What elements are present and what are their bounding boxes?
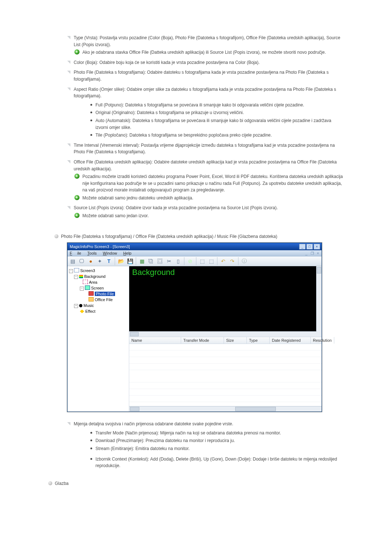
- background-icon: [79, 275, 83, 278]
- separator-icon: [115, 257, 115, 265]
- tree-screen3[interactable]: Screen3: [80, 268, 95, 273]
- download: Download (Preuzimanje): Preuzima datotek…: [90, 437, 345, 444]
- item-time: Time Interval (Vremenski interval): Post…: [67, 142, 345, 155]
- tree-office-file[interactable]: Office File: [95, 297, 113, 302]
- separator-icon: [196, 257, 196, 265]
- item-color: Color (Boja): Odabire boju koja će se ko…: [67, 59, 345, 66]
- preview-label: Background: [132, 268, 175, 277]
- music-icon: [79, 304, 82, 307]
- titlebar: MagicInfoPro Screen3 - [Screen3] _ □ ×: [68, 243, 322, 250]
- separator-icon: [238, 257, 238, 265]
- note-type: Ako je odabrana stavka Office File (Datt…: [74, 49, 345, 56]
- table-row[interactable]: [129, 364, 322, 370]
- screen-icon[interactable]: 🖵: [78, 257, 86, 265]
- col-date[interactable]: Date Registered: [270, 337, 311, 344]
- cut-icon[interactable]: ✂: [165, 257, 173, 265]
- aspect-auto: Auto (Automatski): Datoteka s fotografij…: [90, 117, 345, 131]
- aspect-tile: Tile (Popločano): Datoteka s fotografija…: [90, 132, 345, 139]
- tree-photo-file[interactable]: Photo File: [95, 292, 115, 296]
- toolbar: ▤ 🖵 ● ✦ T 📂 💾 ▦ ⿻ ⿴ ✂ ▯ ⊘ ⬚ ⬚ ↶ ↷ ⓘ: [68, 256, 322, 266]
- globe-icon[interactable]: ●: [87, 257, 95, 265]
- tree-effect[interactable]: Effect: [85, 309, 95, 313]
- area-icon: [83, 280, 88, 284]
- stream: Stream (Emitiranje): Emitira datoteku na…: [90, 445, 345, 452]
- table-row[interactable]: [129, 344, 322, 351]
- undo-icon[interactable]: ↶: [219, 257, 227, 265]
- item-type: Type (Vrsta): Postavlja vrstu pozadine (…: [67, 35, 345, 56]
- gear-icon[interactable]: ✦: [96, 257, 104, 265]
- bring-front-icon[interactable]: ⬚: [198, 257, 206, 265]
- mdi-restore-icon[interactable]: ❐: [310, 251, 314, 255]
- preview-area: Background: [129, 266, 322, 337]
- open-icon[interactable]: 📂: [117, 257, 125, 265]
- mdi-bar: File Tools Window Help _ ❐ ×: [68, 250, 322, 256]
- col-name[interactable]: Name: [129, 337, 181, 344]
- scrollbar-vertical[interactable]: [316, 266, 322, 337]
- item-aspect: Aspect Ratio (Omjer slike): Odabire omje…: [67, 86, 345, 139]
- table-row[interactable]: [129, 396, 322, 402]
- tree-background[interactable]: Background: [84, 274, 106, 279]
- item-source: Source List (Popis izvora): Odabire izvo…: [67, 204, 345, 219]
- col-resolution[interactable]: Resolution: [311, 337, 334, 344]
- block-icon[interactable]: ⊘: [186, 257, 194, 265]
- redo-icon[interactable]: ↷: [228, 257, 236, 265]
- table-row[interactable]: [129, 382, 322, 389]
- send-back-icon[interactable]: ⬚: [207, 257, 215, 265]
- note-source: Možete odabrati samo jedan izvor.: [74, 212, 345, 219]
- info-icon[interactable]: ⓘ: [240, 257, 248, 265]
- item-changes: Mijenja detaljna svojstva i način prijen…: [67, 421, 345, 469]
- app-title: MagicInfoPro Screen3 - [Screen3]: [70, 244, 130, 249]
- effect-icon: [80, 309, 84, 313]
- table-row[interactable]: [129, 376, 322, 382]
- col-type[interactable]: Type: [247, 337, 270, 344]
- menu-help[interactable]: Help: [123, 251, 132, 255]
- picture-icon[interactable]: ▦: [138, 257, 146, 265]
- separator-icon: [136, 257, 136, 265]
- photo-icon: [89, 291, 94, 296]
- scrollbar-horizontal[interactable]: [129, 406, 322, 412]
- context-menu: Izbornik Context (Kontekst): Add (Dodaj)…: [90, 456, 345, 469]
- section-glazba: Glazba: [48, 480, 345, 487]
- tree-music[interactable]: Music: [83, 303, 94, 308]
- close-icon[interactable]: ×: [314, 244, 320, 250]
- menu-window[interactable]: Window: [103, 251, 117, 255]
- item-photo: Photo File (Datoteka s fotografijama): O…: [67, 69, 345, 82]
- mdi-minimize-icon[interactable]: _: [304, 251, 309, 255]
- col-transfer-mode[interactable]: Transfer Mode: [181, 337, 224, 344]
- office-icon: [89, 297, 94, 301]
- menu-file[interactable]: File: [70, 251, 81, 255]
- paste-icon[interactable]: ⿴: [156, 257, 164, 265]
- file-grid: Name Transfer Mode Size Type Date Regist…: [129, 337, 322, 412]
- col-size[interactable]: Size: [224, 337, 247, 344]
- scrollbar-horizontal[interactable]: [129, 331, 317, 337]
- screen-icon: [74, 268, 79, 272]
- minimize-icon[interactable]: _: [299, 244, 306, 250]
- note-office-1: Pozadinu možete izraditi koristeći datot…: [74, 173, 345, 194]
- aspect-original: Original (Originalno): Datoteka s fotogr…: [90, 109, 345, 116]
- mdi-close-icon[interactable]: ×: [316, 251, 320, 255]
- aspect-full: Full (Potpuno): Datoteka s fotografijama…: [90, 102, 345, 109]
- section-heading: Photo File (Datoteka s fotografijama) / …: [54, 233, 345, 240]
- tool-icon[interactable]: ▤: [69, 257, 77, 265]
- text-icon[interactable]: T: [105, 257, 113, 265]
- text: Type (Vrsta): Postavlja vrstu pozadine (…: [74, 35, 340, 47]
- menu-tools[interactable]: Tools: [87, 251, 97, 255]
- item-office: Office File (Datoteka uredskih aplikacij…: [67, 159, 345, 202]
- save-icon[interactable]: 💾: [126, 257, 134, 265]
- tree-screen[interactable]: Screen: [91, 286, 104, 290]
- table-row[interactable]: [129, 357, 322, 364]
- transfer-mode: Transfer Mode (Način prijenosa): Mijenja…: [90, 430, 345, 437]
- note-office-2: Možete odabrati samo jednu datoteku ured…: [74, 195, 345, 202]
- separator-icon: [184, 257, 184, 265]
- doc-icon[interactable]: ▯: [174, 257, 182, 265]
- maximize-icon[interactable]: □: [306, 244, 313, 250]
- copy-icon[interactable]: ⿻: [147, 257, 155, 265]
- screen-node-icon: [85, 285, 90, 290]
- app-window: MagicInfoPro Screen3 - [Screen3] _ □ × F…: [67, 243, 322, 412]
- tree-area[interactable]: Area: [89, 280, 97, 284]
- table-row[interactable]: [129, 389, 322, 396]
- separator-icon: [217, 257, 217, 265]
- table-row[interactable]: [129, 351, 322, 357]
- tree-panel: −Screen3 −Background Area −Screen Photo …: [68, 266, 129, 412]
